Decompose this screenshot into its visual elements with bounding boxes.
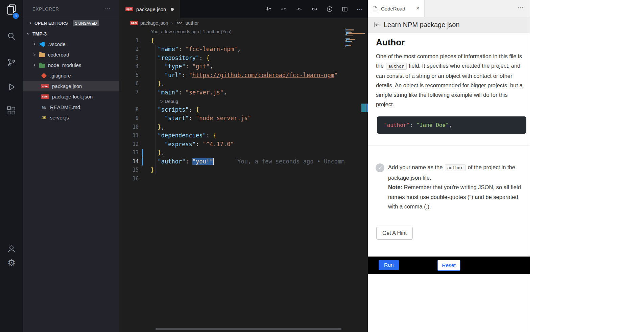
horizontal-scrollbar[interactable]	[156, 328, 341, 330]
line-number: 6	[119, 81, 139, 87]
tab-package-json[interactable]: npm package.json	[119, 0, 180, 18]
run-button[interactable]: Run	[379, 260, 399, 270]
minimap-line	[345, 31, 366, 31]
open-changes-icon[interactable]	[296, 6, 303, 13]
code-line[interactable]: 13 },	[119, 149, 345, 157]
code-line[interactable]: 16	[119, 174, 345, 183]
get-a-hint-button[interactable]: Get A Hint	[376, 227, 413, 240]
line-number: 10	[119, 124, 139, 130]
tree-item-README.md[interactable]: M↓README.md	[23, 102, 119, 112]
minimap-line	[345, 46, 366, 47]
compare-changes-icon[interactable]	[265, 6, 272, 13]
run-and-debug-icon[interactable]	[0, 82, 23, 92]
line-text: ▷ Debug	[151, 97, 178, 104]
gutter	[139, 123, 151, 131]
more-actions-icon[interactable]: ⋯	[357, 5, 363, 13]
tree-item-package.json[interactable]: npmpackage.json	[23, 81, 119, 91]
token: "start"	[165, 115, 189, 121]
source-control-icon[interactable]	[0, 58, 23, 68]
lesson-paragraph: One of the most common pieces of informa…	[376, 51, 526, 109]
panel-footer: Run Reset	[368, 257, 530, 274]
extensions-icon[interactable]	[0, 106, 23, 116]
workspace-root[interactable]: TMP-3	[23, 28, 119, 39]
npm-icon: npm	[125, 7, 133, 12]
tree-item-.vscode[interactable]: .vscode	[23, 39, 119, 49]
code-area[interactable]: 1{2 "name": "fcc-learn-npm",3 "repositor…	[119, 36, 345, 183]
close-icon[interactable]: ×	[416, 5, 420, 12]
code-snippet-line: "author": "Jane Doe",	[384, 122, 452, 128]
code-line[interactable]: 5 "url": "https://github.com/coderoad/fc…	[119, 71, 345, 80]
tree-item-node_modules[interactable]: node_modules	[23, 60, 119, 70]
explorer-more-actions-icon[interactable]: ⋯	[104, 5, 111, 13]
code-line[interactable]: 7 "main": "server.js",	[119, 88, 345, 97]
git-icon	[41, 73, 47, 79]
code-line[interactable]: 15}	[119, 166, 345, 175]
token: }	[158, 124, 161, 130]
token: "	[189, 72, 192, 79]
gutter	[139, 114, 151, 123]
token: }	[158, 80, 161, 87]
editor-tab-bar: npm package.json	[119, 0, 368, 18]
token: "main"	[158, 89, 178, 96]
chevron-down-icon	[26, 32, 30, 36]
tree-item-server.js[interactable]: JSserver.js	[23, 112, 119, 123]
run-script-icon[interactable]	[326, 6, 333, 13]
token: "	[334, 72, 338, 79]
reset-button[interactable]: Reset	[437, 260, 460, 271]
debug-codelens[interactable]: ▷ Debug	[160, 99, 178, 104]
split-editor-icon[interactable]	[341, 6, 348, 13]
panel-tab-label: CodeRoad	[381, 6, 405, 12]
token: "type"	[165, 63, 185, 70]
code-line[interactable]: 1{	[119, 36, 345, 45]
open-editors-label: OPEN EDITORS	[34, 21, 68, 26]
panel-more-actions-icon[interactable]: ⋯	[517, 4, 524, 12]
chevron-right-icon	[28, 21, 32, 25]
line-text: "express": "^4.17.0"	[151, 141, 234, 148]
editor-actions: ⋯	[265, 0, 363, 18]
token: ,	[161, 80, 165, 87]
settings-gear-icon[interactable]: ⚙	[0, 259, 23, 268]
line-text: "type": "git",	[151, 63, 213, 70]
codelens-row[interactable]: ▷ Debug	[119, 97, 345, 106]
token	[151, 115, 165, 121]
line-number: 15	[119, 167, 139, 173]
code-line[interactable]: 14 "author": "you!"You, a few seconds ag…	[119, 157, 345, 166]
modified-change-marker	[142, 157, 143, 165]
code-line[interactable]: 9 "start": "node server.js"	[119, 114, 345, 123]
explorer-activity-icon[interactable]	[0, 3, 23, 16]
open-editors-section[interactable]: OPEN EDITORS 1 UNSAVED	[23, 18, 119, 28]
code-line[interactable]: 4 "type": "git",	[119, 62, 345, 71]
code-line[interactable]: 3 "repository": {	[119, 53, 345, 62]
breadcrumb-symbol[interactable]: abc author	[176, 20, 199, 26]
workspace-root-label: TMP-3	[32, 31, 47, 37]
next-change-icon[interactable]	[311, 6, 318, 13]
token	[151, 141, 165, 148]
minimap[interactable]	[345, 28, 366, 48]
tab-coderoad[interactable]: CodeRoad ×	[368, 0, 425, 17]
gutter	[139, 36, 151, 45]
search-icon[interactable]	[0, 31, 23, 41]
token: "repository"	[158, 54, 199, 61]
tree-item-package-lock.json[interactable]: npmpackage-lock.json	[23, 91, 119, 102]
token	[151, 54, 158, 61]
breadcrumb-file[interactable]: npm package.json	[130, 20, 168, 26]
code-line[interactable]: 2 "name": "fcc-learn-npm",	[119, 45, 345, 54]
code-line[interactable]: 8 "scripts": {	[119, 105, 345, 114]
back-icon[interactable]	[373, 21, 380, 29]
previous-change-icon[interactable]	[281, 6, 287, 13]
modified-dot-icon	[171, 8, 174, 11]
code-line[interactable]: 6 },	[119, 80, 345, 88]
code-line[interactable]: 10 },	[119, 123, 345, 131]
token: ,	[161, 124, 165, 130]
tree-item-coderoad[interactable]: coderoad	[23, 49, 119, 60]
js-icon: JS	[41, 116, 47, 120]
code-line[interactable]: 11 "dependencies": {	[119, 131, 345, 140]
code-line[interactable]: 12 "express": "^4.17.0"	[119, 140, 345, 149]
line-text: "dependencies": {	[151, 132, 217, 139]
account-icon[interactable]	[0, 244, 23, 254]
gutter	[139, 88, 151, 97]
minimap-decoration	[361, 104, 366, 112]
tree-item-.gitignore[interactable]: .gitignore	[23, 70, 119, 81]
gutter	[139, 71, 151, 80]
line-number: 9	[119, 115, 139, 121]
